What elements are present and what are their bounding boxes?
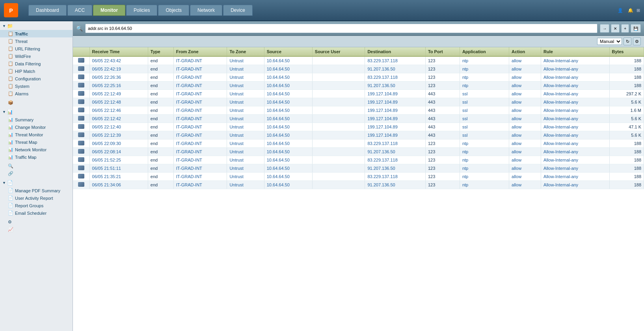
col-from-zone[interactable]: From Zone — [173, 47, 227, 56]
cell-to-port: 123 — [425, 139, 460, 148]
cell-source-user — [312, 123, 365, 131]
cell-to-zone: Untrust — [227, 56, 264, 65]
filter-clear-button[interactable]: ✕ — [611, 24, 620, 33]
table-row[interactable]: 06/05 21:52:25 end IT-GRAD-INT Untrust 1… — [73, 156, 644, 164]
sidebar-item-network-monitor[interactable]: 📊Network Monitor — [0, 146, 73, 153]
col-application[interactable]: Application — [460, 47, 509, 56]
row-detail-icon[interactable] — [78, 132, 84, 137]
notification-icon[interactable]: 🔔 — [628, 8, 633, 13]
top-bar: P DashboardACCMonitorPoliciesObjectsNetw… — [0, 0, 644, 21]
col-bytes[interactable]: Bytes — [609, 47, 644, 56]
sidebar-item-alarms[interactable]: 📋Alarms — [0, 90, 73, 97]
table-row[interactable]: 06/05 22:26:36 end IT-GRAD-INT Untrust 1… — [73, 73, 644, 82]
refresh-button[interactable]: ↻ — [624, 37, 631, 45]
col-to-zone[interactable]: To Zone — [227, 47, 264, 56]
sidebar-item-report-groups[interactable]: 📄Report Groups — [0, 202, 73, 209]
table-row[interactable]: 06/05 22:08:14 end IT-GRAD-INT Untrust 1… — [73, 148, 644, 156]
table-row[interactable]: 06/05 22:12:49 end IT-GRAD-INT Untrust 1… — [73, 90, 644, 98]
table-row[interactable]: 06/05 22:25:16 end IT-GRAD-INT Untrust 1… — [73, 82, 644, 90]
settings-button[interactable]: ⚙ — [633, 37, 641, 45]
sidebar-group-logs[interactable]: ▼ 📁 — [0, 22, 73, 30]
sidebar-item-summary[interactable]: 📊Summary — [0, 116, 73, 123]
cell-action: allow — [509, 56, 541, 65]
row-detail-icon[interactable] — [78, 66, 84, 71]
svg-text:P: P — [9, 7, 13, 14]
row-detail-icon[interactable] — [78, 166, 84, 170]
table-row[interactable]: 06/05 22:09:30 end IT-GRAD-INT Untrust 1… — [73, 139, 644, 148]
row-detail-icon[interactable] — [78, 141, 84, 145]
table-row[interactable]: 06/05 22:12:42 end IT-GRAD-INT Untrust 1… — [73, 115, 644, 123]
row-detail-icon[interactable] — [78, 174, 84, 179]
nav-tab-monitor[interactable]: Monitor — [93, 5, 125, 16]
row-detail-icon[interactable] — [78, 91, 84, 96]
sidebar-item-packet-capture[interactable]: 📦 — [0, 99, 73, 106]
sidebar-item-threat[interactable]: 📋Threat — [0, 37, 73, 45]
sidebar-group-appscope[interactable]: ▼ 📊 — [0, 108, 73, 116]
cell-from-zone: IT-GRAD-INT — [173, 56, 227, 65]
col-to-port[interactable]: To Port — [425, 47, 460, 56]
row-detail-icon[interactable] — [78, 182, 84, 187]
sidebar-item-configuration[interactable]: 📋Configuration — [0, 75, 73, 82]
sidebar-item-wildfire[interactable]: 📋WildFire — [0, 52, 73, 60]
sidebar-item-hip-match[interactable]: 📋HIP Match — [0, 67, 73, 75]
sidebar-item-url-filtering[interactable]: 📋URL Filtering — [0, 45, 73, 52]
sidebar-item-threat-monitor[interactable]: 📊Threat Monitor — [0, 131, 73, 138]
sidebar-item-manage-custom[interactable]: ⚙ — [0, 218, 73, 226]
sidebar-item-user-activity-report[interactable]: 📄User Activity Report — [0, 194, 73, 202]
filter-add-button[interactable]: + — [621, 24, 629, 33]
sidebar-item-traffic[interactable]: 📋Traffic — [0, 30, 73, 37]
nav-tab-device[interactable]: Device — [223, 5, 253, 16]
nav-tab-dashboard[interactable]: Dashboard — [28, 5, 67, 16]
interval-dropdown[interactable]: Manual Auto — [597, 38, 622, 45]
commit-button[interactable]: 👤 — [618, 8, 625, 13]
row-detail-icon[interactable] — [78, 58, 84, 63]
table-row[interactable]: 06/05 21:34:06 end IT-GRAD-INT Untrust 1… — [73, 181, 644, 189]
sidebar-item-change-monitor[interactable]: 📊Change Monitor — [0, 123, 73, 131]
table-row[interactable]: 06/05 22:12:46 end IT-GRAD-INT Untrust 1… — [73, 106, 644, 115]
col-receive-time[interactable]: Receive Time — [89, 47, 148, 56]
row-detail-icon[interactable] — [78, 74, 84, 79]
row-detail-icon[interactable] — [78, 99, 84, 104]
row-detail-icon[interactable] — [78, 83, 84, 87]
grid-icon[interactable]: ⊞ — [637, 8, 640, 13]
filter-input[interactable] — [85, 24, 597, 33]
sidebar-item-manage-pdf-summary[interactable]: 📄Manage PDF Summary — [0, 187, 73, 194]
filter-apply-button[interactable]: → — [600, 24, 609, 33]
nav-tab-objects[interactable]: Objects — [158, 5, 189, 16]
col-rule[interactable]: Rule — [541, 47, 609, 56]
sidebar-item-data-filtering[interactable]: 📋Data Filtering — [0, 60, 73, 67]
nav-tab-acc[interactable]: ACC — [67, 5, 92, 16]
cell-receive-time: 06/05 22:12:48 — [89, 98, 148, 106]
sidebar-item-session-browser[interactable]: 🔍 — [0, 162, 73, 170]
row-detail-icon[interactable] — [78, 116, 84, 121]
cell-rule: Allow-Internal-any — [541, 65, 609, 73]
row-detail-icon[interactable] — [78, 149, 84, 154]
sidebar-item-botnet[interactable]: 🔗 — [0, 170, 73, 177]
col-type[interactable]: Type — [148, 47, 173, 56]
table-row[interactable]: 06/05 21:35:21 end IT-GRAD-INT Untrust 1… — [73, 173, 644, 181]
filter-save-button[interactable]: 💾 — [631, 24, 641, 33]
sidebar-group-pdf[interactable]: ▼ 📄 — [0, 179, 73, 187]
table-row[interactable]: 06/05 21:51:11 end IT-GRAD-INT Untrust 1… — [73, 164, 644, 173]
nav-tab-network[interactable]: Network — [190, 5, 222, 16]
table-row[interactable]: 06/05 22:43:42 end IT-GRAD-INT Untrust 1… — [73, 56, 644, 65]
col-action[interactable]: Action — [509, 47, 541, 56]
table-row[interactable]: 06/05 22:12:39 end IT-GRAD-INT Untrust 1… — [73, 131, 644, 139]
table-row[interactable]: 06/05 22:12:48 end IT-GRAD-INT Untrust 1… — [73, 98, 644, 106]
col-source[interactable]: Source — [264, 47, 312, 56]
col-destination[interactable]: Destination — [365, 47, 426, 56]
row-detail-icon[interactable] — [78, 108, 84, 112]
col-source-user[interactable]: Source User — [312, 47, 365, 56]
row-detail-icon[interactable] — [78, 124, 84, 129]
table-row[interactable]: 06/05 22:42:19 end IT-GRAD-INT Untrust 1… — [73, 65, 644, 73]
sidebar-item-reports[interactable]: 📈 — [0, 226, 73, 233]
sidebar-item-traffic-map[interactable]: 📊Traffic Map — [0, 153, 73, 161]
row-detail-icon[interactable] — [78, 157, 84, 162]
app-item-label: Threat Map — [15, 140, 37, 145]
nav-tab-policies[interactable]: Policies — [126, 5, 157, 16]
table-row[interactable]: 06/05 22:12:40 end IT-GRAD-INT Untrust 1… — [73, 123, 644, 131]
sidebar-item-threat-map[interactable]: 📊Threat Map — [0, 138, 73, 146]
sidebar-section-custom: ⚙ 📈 — [0, 218, 73, 234]
sidebar-item-system[interactable]: 📋System — [0, 82, 73, 90]
sidebar-item-email-scheduler[interactable]: 📄Email Scheduler — [0, 209, 73, 217]
